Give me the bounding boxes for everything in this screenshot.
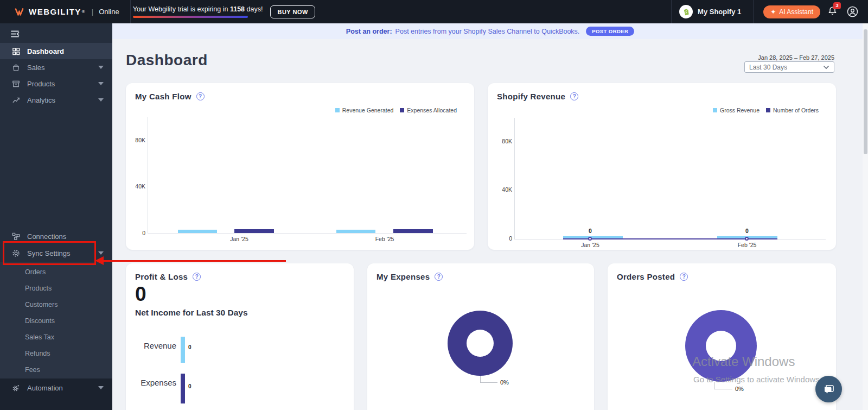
shopify-revenue-card: Shopify Revenue ? Gross Revenue Number o… xyxy=(488,83,836,250)
banner-bold-text: Post an order: xyxy=(346,28,392,35)
row-label: Expenses xyxy=(133,378,176,387)
webgility-logo-icon xyxy=(14,7,24,16)
sidebar-item-automation[interactable]: Automation xyxy=(0,379,112,397)
sidebar-subitem-products[interactable]: Products xyxy=(0,280,112,297)
sidebar-item-products[interactable]: Products xyxy=(0,75,112,92)
ai-assistant-button[interactable]: ✦ AI Assistant xyxy=(763,5,820,18)
notification-badge: 3 xyxy=(833,2,841,9)
annotation-arrow-head xyxy=(95,256,104,265)
profile-button[interactable] xyxy=(847,6,858,17)
sidebar-item-label: Dashboard xyxy=(27,47,64,55)
sidebar-item-label: Products xyxy=(27,80,55,88)
chevron-down-icon xyxy=(823,65,829,70)
scrollbar-thumb[interactable] xyxy=(864,29,867,154)
shopping-bag-icon xyxy=(12,64,21,72)
trial-progress-bar xyxy=(133,16,248,18)
banner-text: Post entries from your Shopify Sales Cha… xyxy=(395,28,580,35)
y-axis xyxy=(514,118,515,239)
sidebar-subitem-discounts[interactable]: Discounts xyxy=(0,313,112,329)
analytics-trend-icon xyxy=(12,96,21,104)
product-box-icon xyxy=(12,80,21,88)
label-connector xyxy=(480,376,481,382)
orders-posted-card: Orders Posted ? 0% xyxy=(608,263,836,410)
donut-percent-label: 0% xyxy=(500,379,509,386)
bar-expenses-jan xyxy=(234,229,274,233)
donut-hole xyxy=(467,330,494,357)
chevron-down-icon xyxy=(98,66,104,69)
automation-gear-icon xyxy=(12,384,21,392)
brand-reg: ® xyxy=(82,9,85,14)
sidebar-subitem-orders[interactable]: Orders xyxy=(0,264,112,280)
chat-widget-button[interactable] xyxy=(815,376,842,402)
legend-label: Revenue Generated xyxy=(342,107,394,113)
my-expenses-card: My Expenses ? 0% xyxy=(367,263,594,410)
brand-block: WEBGILITY® | Online xyxy=(0,0,131,23)
y-axis xyxy=(148,117,148,233)
brand-name: WEBGILITY xyxy=(29,7,81,16)
help-icon[interactable]: ? xyxy=(435,273,443,281)
x-tick: Jan '25 xyxy=(223,236,256,242)
point-label: 0 xyxy=(742,228,752,234)
sidebar: Dashboard Sales Products Anal xyxy=(0,23,112,410)
sidebar-collapse-button[interactable] xyxy=(10,29,20,39)
help-icon[interactable]: ? xyxy=(570,92,578,100)
help-icon[interactable]: ? xyxy=(196,92,205,100)
legend-swatch-gross-revenue xyxy=(713,108,717,112)
sidebar-item-label: Connections xyxy=(27,232,66,241)
date-range-label: Jan 28, 2025 – Feb 27, 2025 xyxy=(758,54,834,61)
net-income-value: 0 xyxy=(135,283,146,306)
post-order-button[interactable]: POST ORDER xyxy=(586,27,634,36)
sidebar-subitem-refunds[interactable]: Refunds xyxy=(0,345,112,362)
activate-windows-watermark: Activate Windows xyxy=(692,354,795,369)
orders-point-jan xyxy=(588,237,592,241)
sidebar-item-label: Sales xyxy=(27,64,45,72)
dashboard-grid-icon xyxy=(12,47,21,55)
bar-expenses-feb xyxy=(393,229,433,233)
label-connector xyxy=(480,382,497,383)
card-title-row: My Cash Flow ? xyxy=(135,92,205,101)
sidebar-subitem-sales-tax[interactable]: Sales Tax xyxy=(0,329,112,345)
orders-donut-chart xyxy=(685,310,757,382)
donut-percent-label: 0% xyxy=(735,386,744,392)
store-name: My Shopify 1 xyxy=(698,8,741,16)
sidebar-item-label: Analytics xyxy=(27,96,55,104)
store-selector[interactable]: My Shopify 1 xyxy=(671,0,754,23)
y-tick: 40K xyxy=(496,186,512,193)
page-title: Dashboard xyxy=(126,52,208,69)
trial-text: Your Webgility trial is expiring in 1158… xyxy=(133,5,263,13)
sidebar-item-sales[interactable]: Sales xyxy=(0,59,112,75)
post-order-banner: Post an order: Post entries from your Sh… xyxy=(112,23,868,39)
buy-now-button[interactable]: BUY NOW xyxy=(270,5,315,18)
sidebar-item-dashboard[interactable]: Dashboard xyxy=(0,43,112,59)
row-value: 0 xyxy=(188,383,192,389)
date-range-value: Last 30 Days xyxy=(749,64,823,71)
scrollbar-track[interactable] xyxy=(863,23,868,410)
legend-swatch-expenses xyxy=(400,108,404,112)
sidebar-subitem-customers[interactable]: Customers xyxy=(0,297,112,313)
expenses-bar xyxy=(181,374,185,403)
annotation-arrow-line xyxy=(103,260,286,262)
card-title-row: My Expenses ? xyxy=(376,272,443,281)
trial-banner: Your Webgility trial is expiring in 1158… xyxy=(133,5,263,18)
sidebar-item-analytics[interactable]: Analytics xyxy=(0,92,112,108)
legend-swatch-number-of-orders xyxy=(766,108,770,112)
chevron-down-icon xyxy=(98,386,104,389)
legend-label: Gross Revenue xyxy=(720,107,760,113)
chevron-down-icon xyxy=(98,82,104,85)
net-income-subtitle: Net Income for Last 30 Days xyxy=(135,308,248,318)
help-icon[interactable]: ? xyxy=(680,273,688,281)
expenses-donut-chart xyxy=(448,311,513,376)
date-range-select[interactable]: Last 30 Days xyxy=(744,61,834,73)
webgility-app: WEBGILITY® | Online Your Webgility trial… xyxy=(0,0,868,410)
card-title: Shopify Revenue xyxy=(497,92,565,101)
y-tick: 40K xyxy=(129,183,145,190)
shopify-icon xyxy=(679,5,693,18)
cash-flow-card: My Cash Flow ? Revenue Generated Expense… xyxy=(126,83,474,250)
notifications-button[interactable]: 3 xyxy=(828,6,837,18)
legend-swatch-revenue xyxy=(335,108,340,112)
sparkle-icon: ✦ xyxy=(770,8,776,16)
help-icon[interactable]: ? xyxy=(193,273,201,281)
chart-legend: Gross Revenue Number of Orders xyxy=(713,107,822,113)
sidebar-subitem-fees[interactable]: Fees xyxy=(0,362,112,378)
revenue-bar xyxy=(181,337,185,363)
